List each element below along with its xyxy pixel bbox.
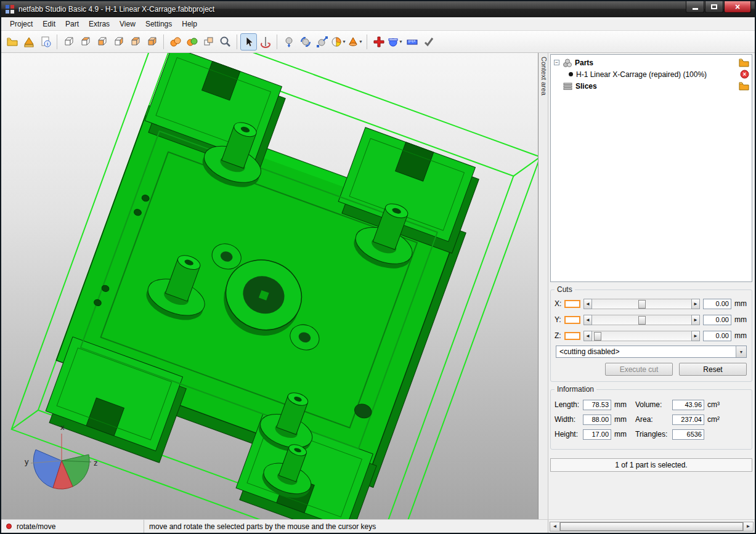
slices-folder-icon[interactable] bbox=[739, 81, 749, 92]
tree-row-part-item[interactable]: H-1 Linear X-Carrage (repaired) (100%) × bbox=[551, 68, 752, 80]
width-value[interactable] bbox=[583, 415, 611, 425]
collapse-icon[interactable]: − bbox=[554, 60, 559, 65]
support-cone-icon[interactable]: ▼ bbox=[347, 33, 364, 51]
selection-status: 1 of 1 part is selected. bbox=[550, 458, 752, 472]
dropdown-arrow-icon: ▼ bbox=[399, 39, 403, 44]
volume-value[interactable] bbox=[672, 400, 704, 410]
app-window: netfabb Studio Basic 4.9 - H-1 Linear X-… bbox=[0, 0, 756, 534]
horizontal-scrollbar[interactable]: ◄ ► bbox=[550, 522, 754, 532]
slider-right-arrow-icon[interactable]: ► bbox=[691, 299, 700, 309]
scroll-left-icon[interactable]: ◄ bbox=[550, 522, 560, 531]
slider-right-arrow-icon[interactable]: ► bbox=[691, 331, 700, 341]
close-button[interactable]: × bbox=[724, 1, 751, 13]
cut-x-value-input[interactable] bbox=[703, 299, 731, 309]
tree-row-parts[interactable]: − Parts bbox=[551, 57, 752, 68]
slider-right-arrow-icon[interactable]: ► bbox=[691, 315, 700, 325]
cut-z-value-input[interactable] bbox=[703, 331, 731, 341]
cut-z-slider[interactable]: ◄ ► bbox=[583, 331, 700, 341]
scrollbar-thumb[interactable] bbox=[560, 522, 743, 531]
zoom-magnifier-icon[interactable] bbox=[217, 33, 234, 51]
scroll-right-icon[interactable]: ► bbox=[743, 522, 753, 531]
cube-pair-icon[interactable] bbox=[200, 33, 217, 51]
cut-y-swatch[interactable] bbox=[564, 316, 580, 324]
toolbar-separator bbox=[367, 34, 367, 49]
view-front-icon[interactable] bbox=[94, 33, 110, 51]
cut-y-slider[interactable]: ◄ ► bbox=[583, 315, 700, 325]
cut-row-x: X: ◄ ► mm bbox=[555, 297, 748, 310]
menu-edit[interactable]: Edit bbox=[38, 18, 60, 30]
analysis-pie-icon[interactable]: ▼ bbox=[330, 33, 347, 51]
information-group: Information Length: mm Volume: cm³ Width… bbox=[550, 389, 752, 450]
height-value[interactable] bbox=[583, 429, 611, 440]
area-value[interactable] bbox=[672, 415, 704, 425]
length-unit: mm bbox=[614, 400, 630, 409]
cut-row-y: Y: ◄ ► mm bbox=[555, 314, 748, 326]
menu-extras[interactable]: Extras bbox=[84, 18, 115, 30]
toolbar-separator bbox=[277, 34, 277, 49]
sphere-pair-icon[interactable] bbox=[184, 33, 200, 51]
menu-settings[interactable]: Settings bbox=[140, 18, 177, 30]
parts-folder-icon[interactable] bbox=[739, 58, 749, 69]
scale-part-icon[interactable] bbox=[314, 33, 330, 51]
title-bar[interactable]: netfabb Studio Basic 4.9 - H-1 Linear X-… bbox=[1, 1, 755, 17]
parts-label: Parts bbox=[575, 59, 593, 67]
reset-button[interactable]: Reset bbox=[679, 363, 747, 376]
measure-ruler-icon[interactable] bbox=[404, 33, 420, 51]
cut-x-label: X: bbox=[555, 299, 564, 308]
view-bottom-icon[interactable] bbox=[144, 33, 160, 51]
repair-plus-icon[interactable] bbox=[370, 33, 387, 51]
cutting-mode-select[interactable]: <cutting disabled> ▼ bbox=[556, 346, 747, 358]
width-label: Width: bbox=[555, 415, 583, 424]
menu-help[interactable]: Help bbox=[177, 18, 202, 30]
status-bar: rotate/move move and rotate the selected… bbox=[1, 519, 755, 533]
chevron-down-icon[interactable]: ▼ bbox=[736, 346, 746, 357]
slider-left-arrow-icon[interactable]: ◄ bbox=[583, 299, 592, 309]
cut-x-swatch[interactable] bbox=[564, 300, 580, 308]
cut-x-slider-thumb[interactable] bbox=[638, 300, 646, 309]
move-part-icon[interactable] bbox=[280, 33, 297, 51]
length-label: Length: bbox=[555, 400, 583, 409]
view-iso-icon[interactable] bbox=[60, 33, 77, 51]
cut-y-value-input[interactable] bbox=[703, 315, 731, 325]
select-cursor-icon[interactable] bbox=[240, 33, 257, 51]
rotate-part-icon[interactable] bbox=[297, 33, 314, 51]
viewport-3d[interactable]: x y z bbox=[1, 53, 539, 519]
slider-left-arrow-icon[interactable]: ◄ bbox=[583, 315, 592, 325]
length-value[interactable] bbox=[583, 400, 611, 410]
part-info-icon[interactable]: i bbox=[37, 33, 54, 51]
volume-label: Volume: bbox=[635, 400, 672, 409]
menu-bar: Project Edit Part Extras View Settings H… bbox=[1, 17, 755, 31]
view-top-icon[interactable] bbox=[77, 33, 94, 51]
add-part-icon[interactable] bbox=[20, 33, 37, 51]
menu-part[interactable]: Part bbox=[60, 18, 84, 30]
menu-view[interactable]: View bbox=[115, 18, 140, 30]
open-project-icon[interactable] bbox=[4, 33, 20, 51]
maximize-button[interactable] bbox=[705, 1, 723, 13]
cut-y-unit: mm bbox=[734, 315, 748, 324]
slider-left-arrow-icon[interactable]: ◄ bbox=[583, 331, 592, 341]
validate-check-icon[interactable] bbox=[420, 33, 437, 51]
cut-z-unit: mm bbox=[734, 331, 748, 340]
rotate-view-icon[interactable] bbox=[257, 33, 274, 51]
minimize-button[interactable] bbox=[686, 1, 704, 13]
width-unit: mm bbox=[614, 415, 630, 424]
repair-spheres-icon[interactable] bbox=[167, 33, 184, 51]
cut-sphere-icon[interactable]: ▼ bbox=[387, 33, 404, 51]
context-area-strip[interactable]: Context area bbox=[539, 53, 548, 519]
cut-x-slider[interactable]: ◄ ► bbox=[583, 299, 700, 309]
status-mode-label: rotate/move bbox=[17, 522, 55, 531]
netfabb-logo-icon bbox=[5, 4, 15, 14]
status-hint-label: move and rotate the selected parts by th… bbox=[149, 522, 376, 531]
view-side-icon[interactable] bbox=[110, 33, 127, 51]
parts-tree: − Parts H-1 Linear X-Carrage (repaired) … bbox=[550, 54, 752, 282]
cut-z-swatch[interactable] bbox=[564, 332, 580, 340]
view-back-icon[interactable] bbox=[127, 33, 144, 51]
remove-part-icon[interactable]: × bbox=[740, 70, 749, 81]
cut-y-slider-thumb[interactable] bbox=[638, 316, 646, 325]
triangles-value[interactable] bbox=[672, 429, 704, 440]
tree-row-slices[interactable]: Slices bbox=[551, 80, 752, 92]
cut-z-slider-thumb[interactable] bbox=[594, 332, 601, 341]
execute-cut-button[interactable]: Execute cut bbox=[605, 363, 673, 376]
information-title: Information bbox=[555, 385, 596, 394]
menu-project[interactable]: Project bbox=[5, 18, 38, 30]
